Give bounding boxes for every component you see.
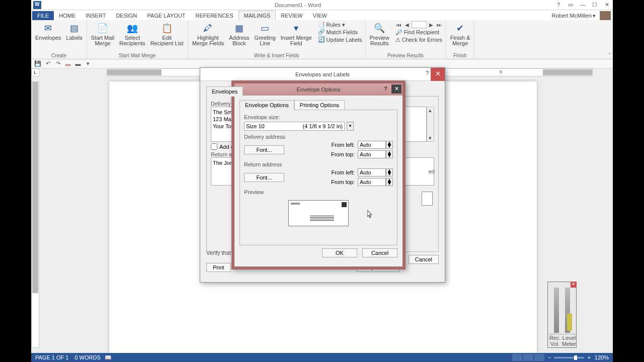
print-button[interactable]: Print [206,263,231,272]
page-indicator[interactable]: PAGE 1 OF 1 [35,354,68,360]
zoom-in-icon[interactable]: + [587,354,590,360]
envelopes-button[interactable]: ✉Envelopes [34,21,62,41]
ruler-number: 6 [500,69,502,74]
tab-review[interactable]: REVIEW [276,11,307,20]
finish-merge-button[interactable]: ✔Finish & Merge [449,21,471,47]
tab-references[interactable]: REFERENCES [191,11,238,20]
envelope-options-dialog: Envelope Options ? ✕ Envelope Options Pr… [231,80,406,269]
save-icon[interactable]: 💾 [34,60,41,67]
user-account[interactable]: Robert McMillen ▾ [552,11,613,20]
add-postage-checkbox[interactable] [211,143,217,150]
group-write-label: Write & Insert Fields [254,53,299,59]
tab-file[interactable]: FILE [32,11,54,20]
insert-merge-field-button[interactable]: ▾Insert Merge Field [280,21,313,47]
rules-button[interactable]: 📑Rules ▾ [318,21,345,28]
help-icon[interactable]: ? [552,2,565,8]
dialog-title: Envelopes and Labels [295,71,350,77]
preview-label: Preview [244,189,393,195]
close-icon[interactable]: ✕ [601,2,613,8]
feed-hint: ed [429,168,435,174]
address-block-button[interactable]: ▦Address Block [228,21,250,47]
dialog-close-icon[interactable]: ✕ [391,84,401,94]
cancel-button[interactable]: Cancel [362,248,397,257]
ribbon-options-icon[interactable]: ▭ [565,2,577,8]
dialog-close-icon[interactable]: ✕ [431,68,445,81]
record-nav[interactable]: ⏮◀▶⏭ [395,21,443,28]
zoom-slider[interactable] [554,357,584,358]
vertical-ruler[interactable] [31,81,39,348]
match-fields-button[interactable]: 🔗Match Fields [318,29,358,36]
cancel-button[interactable]: Cancel [409,255,439,264]
rec-level-meter[interactable]: ✕ Rec. Vol.Level Meter [547,282,577,348]
document-title: Document1 - Word [43,2,552,8]
proofing-icon[interactable]: 📖 [105,354,112,361]
chevron-down-icon[interactable]: ▼ [347,122,354,131]
qat-icon[interactable]: ▬ [74,60,82,67]
avatar [600,11,611,20]
dialog-help-icon[interactable]: ? [426,70,429,76]
delivery-group-label: Delivery address [244,134,393,140]
read-mode-icon[interactable] [512,354,522,361]
rec-vol-label: Rec. Vol. [548,334,562,347]
check-errors-button[interactable]: ⚠Check for Errors [395,37,443,43]
update-labels-button[interactable]: 🔄Update Labels [318,36,362,43]
start-mail-merge-button[interactable]: 📄Start Mail Merge [90,21,115,47]
word-icon [33,1,41,9]
feed-icon[interactable] [422,192,433,206]
tab-envelopes[interactable]: Envelopes [206,86,243,97]
group-finish-label: Finish [453,53,467,59]
highlight-fields-button[interactable]: 🖍Highlight Merge Fields [191,21,225,47]
labels-button[interactable]: ▤Labels [65,21,83,41]
collapse-ribbon-icon[interactable]: ˄ [608,52,611,58]
zoom-level[interactable]: 120% [595,354,609,360]
from-top-label: From top: [331,179,355,185]
tab-home[interactable]: HOME [54,11,80,20]
envelope-size-select[interactable]: Size 10(4 1/8 x 9 1/2 in) [244,122,345,131]
from-left-label: From left: [332,142,355,148]
select-recipients-button[interactable]: 👥Select Recipients [118,21,146,47]
edit-recipient-list-button[interactable]: 📋Edit Recipient List [149,21,185,47]
group-start-label: Start Mail Merge [119,53,155,59]
delivery-from-top-spinner[interactable]: Auto▲▼ [358,150,393,158]
dialog-help-icon[interactable]: ? [384,85,387,92]
find-recipient-button[interactable]: 🔎Find Recipient [395,29,443,36]
qat-more-icon[interactable]: ▾ [85,60,92,67]
group-preview-label: Preview Results [387,53,424,59]
ribbon-tabs: FILE HOME INSERT DESIGN PAGE LAYOUT REFE… [31,10,613,20]
title-bar: Document1 - Word ? ▭ — ☐ ✕ [31,0,613,10]
tab-envelope-options[interactable]: Envelope Options [239,100,294,110]
redo-icon[interactable]: ↷ [54,60,61,67]
return-font-button[interactable]: Font... [244,173,284,182]
print-layout-icon[interactable] [523,354,533,361]
zoom-out-icon[interactable]: − [548,354,551,360]
minimize-icon[interactable]: — [577,2,589,8]
envelope-size-label: Envelope size: [244,114,393,120]
qat-icon[interactable]: ▬ [64,60,71,67]
ok-button[interactable]: OK [322,248,357,257]
user-name: Robert McMillen [552,13,592,19]
return-from-left-spinner[interactable]: Auto▲▼ [358,168,393,176]
tab-insert[interactable]: INSERT [80,11,111,20]
level-meter-label: Level Meter [562,334,576,347]
tab-page-layout[interactable]: PAGE LAYOUT [142,11,191,20]
word-count[interactable]: 0 WORDS [74,354,100,360]
tab-printing-options[interactable]: Printing Options [294,100,345,110]
envelope-preview [288,200,349,226]
group-create-label: Create [51,53,66,59]
return-from-top-spinner[interactable]: Auto▲▼ [358,178,393,186]
return-group-label: Return address [244,161,393,167]
from-top-label: From top: [331,151,355,157]
undo-icon[interactable]: ↶ [44,60,51,67]
tab-design[interactable]: DESIGN [111,11,142,20]
tab-mailings[interactable]: MAILINGS [238,11,276,20]
preview-results-button[interactable]: 🔍Preview Results [369,21,390,47]
maximize-icon[interactable]: ☐ [589,2,601,8]
ribbon: ✉Envelopes ▤Labels Create 📄Start Mail Me… [31,20,613,59]
from-left-label: From left: [332,169,355,175]
web-layout-icon[interactable] [534,354,544,361]
greeting-line-button[interactable]: ▭Greeting Line [254,21,277,47]
delivery-font-button[interactable]: Font... [244,145,284,154]
tab-selector[interactable]: L [31,68,39,76]
delivery-from-left-spinner[interactable]: Auto▲▼ [358,141,393,149]
tab-view[interactable]: VIEW [308,11,332,20]
